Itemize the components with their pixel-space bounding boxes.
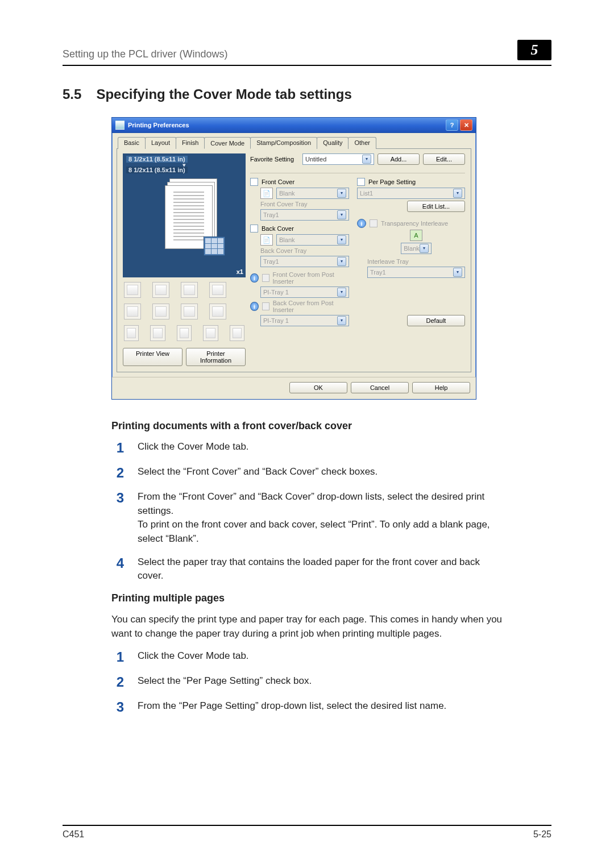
feature-icon (152, 282, 169, 298)
paper-preview-icon (163, 178, 225, 252)
chevron-down-icon: ▾ (337, 235, 346, 244)
tab-other[interactable]: Other (348, 137, 376, 149)
tab-cover-mode[interactable]: Cover Mode (204, 137, 251, 149)
interleave-tray-select[interactable]: Tray1 ▾ (367, 267, 465, 278)
info-icon: i (250, 302, 259, 311)
preview-panel: 8 1/2x11 (8.5x11 in) ▾ 8 1/2x11 (8.5x11 … (123, 153, 246, 277)
feature-icon (209, 282, 226, 298)
per-page-list-value: List1 (360, 189, 373, 198)
step-text: Select the “Per Page Setting” check box. (138, 674, 312, 688)
step-number: 3 (111, 490, 124, 506)
tab-strip: Basic Layout Finish Cover Mode Stamp/Com… (117, 136, 471, 149)
footer-rule (63, 825, 551, 826)
feature-icon (209, 304, 226, 319)
separator (250, 173, 465, 173)
step-number: 2 (111, 674, 124, 690)
front-cover-mode-select[interactable]: Blank ▾ (276, 188, 349, 199)
transparency-interleave-checkbox[interactable] (370, 219, 377, 227)
favorite-edit-button[interactable]: Edit... (423, 153, 465, 165)
step-text: Click the Cover Mode tab. (138, 440, 249, 454)
per-page-setting-checkbox[interactable] (357, 178, 365, 186)
interleave-tray-label: Interleave Tray (367, 258, 465, 265)
subheading-multiple-pages: Printing multiple pages (111, 592, 551, 604)
per-page-list-select[interactable]: List1 ▾ (357, 188, 465, 199)
feature-icon-grid (123, 281, 246, 342)
preview-dimension-output: 8 1/2x11 (8.5x11 in) (126, 167, 188, 173)
feature-icon (124, 282, 141, 298)
back-cover-icon: 📄 (260, 234, 273, 246)
tab-stamp-composition[interactable]: Stamp/Composition (250, 137, 317, 149)
info-icon: i (357, 219, 366, 228)
tab-quality[interactable]: Quality (317, 137, 349, 149)
chevron-down-icon: ▾ (337, 257, 346, 266)
transparency-mode-value: Blank (404, 244, 420, 253)
step-number: 3 (111, 699, 124, 715)
pi-front-cover-checkbox[interactable] (262, 274, 269, 282)
front-cover-checkbox[interactable] (250, 178, 258, 186)
feature-icon (152, 304, 169, 319)
pi-back-cover-checkbox[interactable] (262, 302, 269, 310)
subheading-front-back-cover: Printing documents with a front cover/ba… (111, 420, 551, 432)
chevron-down-icon: ▾ (337, 210, 346, 219)
transparency-mode-select[interactable]: Blank ▾ (401, 243, 432, 254)
default-button[interactable]: Default (407, 315, 465, 326)
ok-button[interactable]: OK (289, 382, 347, 393)
back-cover-checkbox[interactable] (250, 225, 258, 232)
intro-paragraph: You can specify the print type and paper… (111, 612, 504, 641)
tab-finish[interactable]: Finish (176, 137, 205, 149)
front-cover-label: Front Cover (262, 178, 294, 185)
titlebar-close-button[interactable]: ✕ (460, 119, 472, 131)
front-cover-tray-label: Front Cover Tray (260, 201, 349, 207)
favorite-add-button[interactable]: Add... (377, 153, 420, 165)
favorite-setting-select[interactable]: Untitled ▾ (302, 153, 374, 165)
chapter-badge: 5 (517, 40, 551, 60)
chevron-down-icon: ▾ (337, 288, 346, 297)
step-line: To print on the front cover and back cov… (138, 519, 490, 544)
running-header: Setting up the PCL driver (Windows) (63, 48, 227, 60)
back-cover-label: Back Cover (262, 225, 294, 232)
transparency-icon: A (410, 230, 422, 241)
interleave-tray-value: Tray1 (370, 268, 386, 277)
back-cover-mode-value: Blank (279, 235, 295, 244)
titlebar-help-button[interactable]: ? (446, 119, 458, 131)
feature-icon (177, 325, 192, 341)
back-cover-tray-value: Tray1 (263, 257, 279, 266)
step-number: 2 (111, 465, 124, 481)
front-cover-tray-select[interactable]: Tray1 ▾ (260, 209, 349, 221)
dialog-title: Printing Preferences (128, 122, 189, 128)
pi-front-tray-select[interactable]: PI-Tray 1 ▾ (260, 286, 349, 298)
step-number: 1 (111, 440, 124, 456)
pi-front-cover-label: Front Cover from Post Inserter (273, 271, 349, 285)
tab-layout[interactable]: Layout (145, 137, 176, 149)
feature-icon (124, 325, 139, 341)
feature-icon (150, 325, 165, 341)
pi-back-tray-select[interactable]: PI-Tray 1 ▾ (260, 315, 349, 326)
back-cover-mode-select[interactable]: Blank ▾ (276, 234, 349, 246)
feature-icon (181, 282, 198, 298)
favorite-setting-value: Untitled (305, 155, 326, 164)
pi-back-tray-value: PI-Tray 1 (263, 316, 289, 325)
edit-list-button[interactable]: Edit List... (407, 201, 465, 212)
favorite-setting-label: Favorite Setting (250, 156, 299, 163)
step-line: From the “Front Cover” and “Back Cover” … (138, 491, 484, 516)
feature-icon (124, 304, 141, 319)
chevron-down-icon: ▾ (337, 316, 346, 325)
chevron-down-icon: ▾ (453, 268, 462, 277)
preview-grid-icon (204, 236, 225, 256)
front-cover-tray-value: Tray1 (263, 210, 279, 219)
dialog-titlebar[interactable]: Printing Preferences ? ✕ (112, 118, 476, 133)
pi-front-tray-value: PI-Tray 1 (263, 288, 289, 297)
printer-information-button[interactable]: Printer Information (186, 348, 246, 366)
back-cover-tray-select[interactable]: Tray1 ▾ (260, 256, 349, 267)
section-number: 5.5 (63, 86, 81, 102)
step-number: 4 (111, 555, 124, 571)
step-number: 1 (111, 649, 124, 665)
step-text: From the “Front Cover” and “Back Cover” … (138, 490, 501, 546)
pi-back-cover-label: Back Cover from Post Inserter (273, 300, 349, 313)
cancel-button[interactable]: Cancel (351, 382, 409, 393)
help-button[interactable]: Help (412, 382, 470, 393)
step-text: Select the paper tray that contains the … (138, 555, 501, 583)
printer-view-button[interactable]: Printer View (123, 348, 182, 366)
per-page-setting-label: Per Page Setting (368, 178, 416, 185)
tab-basic[interactable]: Basic (118, 137, 146, 149)
